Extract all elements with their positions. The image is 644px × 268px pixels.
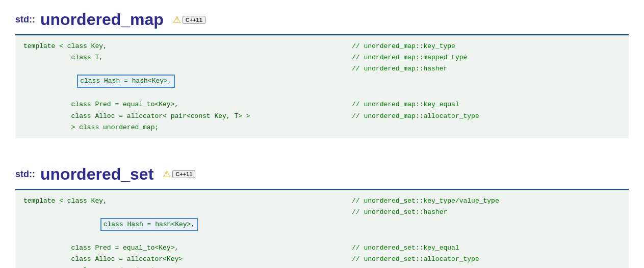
page-content: std::unordered_map ⚠ C++11 template < cl… (15, 10, 629, 268)
cpp-badge-2: C++11 (172, 170, 195, 178)
table-row: > class unordered_map; (23, 122, 621, 133)
comment-text: // unordered_map::mapped_type (352, 54, 467, 61)
comment-cell: // unordered_set::hasher (352, 207, 621, 242)
code-text: class Pred = equal_to<Key>, (23, 244, 178, 252)
warning-badge-1: ⚠ C++11 (173, 14, 205, 26)
code-text: class Pred = equal_to<Key>, (23, 101, 178, 108)
table-row: > class unordered_set; (23, 265, 621, 268)
warning-icon-1: ⚠ (173, 14, 181, 26)
warning-badge-2: ⚠ C++11 (163, 168, 195, 180)
cpp-badge-1: C++11 (183, 16, 205, 24)
std-prefix-2: std:: (15, 169, 35, 180)
code-cell: template < class Key, (23, 196, 352, 207)
code-cell: class Hash = hash<Key>, (23, 63, 352, 99)
comment-cell (352, 122, 621, 133)
comment-text: // unordered_map::allocator_type (352, 112, 479, 120)
code-cell: class T, (23, 52, 352, 63)
class-name-1: unordered_map (40, 10, 164, 29)
comment-text: // unordered_set::allocator_type (352, 255, 479, 263)
section-unordered-set: std::unordered_set ⚠ C++11 template < cl… (15, 165, 629, 268)
comment-text: // unordered_map::key_equal (352, 101, 459, 108)
comment-cell: // unordered_map::key_equal (352, 99, 621, 110)
highlighted-code: class Hash = hash<Key>, (100, 218, 198, 231)
code-cell: class Pred = equal_to<Key>, (23, 242, 352, 254)
code-text: template < class Key, (23, 42, 107, 50)
code-text: > class unordered_map; (23, 124, 159, 131)
code-cell: > class unordered_set; (23, 265, 352, 268)
class-name-2: unordered_set (40, 165, 153, 184)
table-row: class Pred = equal_to<Key>, // unordered… (23, 99, 621, 110)
highlighted-code: class Hash = hash<Key>, (77, 75, 174, 88)
table-row: template < class Key, // unordered_set::… (23, 196, 621, 207)
comment-text: // unordered_map::hasher (352, 65, 447, 72)
comment-text: // unordered_map::key_type (352, 42, 455, 50)
table-row: class T, // unordered_map::mapped_type (23, 52, 621, 63)
table-row: class Hash = hash<Key>, // unordered_map… (23, 63, 621, 99)
comment-text: // unordered_set::key_type/value_type (352, 197, 499, 205)
code-text: template < class Key, (23, 197, 107, 205)
code-cell: template < class Key, (23, 41, 352, 52)
code-cell: class Alloc = allocator<Key> (23, 254, 352, 265)
std-prefix-1: std:: (15, 14, 35, 25)
table-row: class Hash = hash<Key>, // unordered_set… (23, 207, 621, 242)
code-cell: class Pred = equal_to<Key>, (23, 99, 352, 110)
code-table-1: template < class Key, // unordered_map::… (23, 41, 621, 133)
comment-cell: // unordered_set::allocator_type (352, 254, 621, 265)
comment-cell: // unordered_map::mapped_type (352, 52, 621, 63)
comment-cell: // unordered_map::allocator_type (352, 111, 621, 122)
table-row: class Alloc = allocator< pair<const Key,… (23, 111, 621, 122)
code-block-unordered-map: template < class Key, // unordered_map::… (15, 35, 629, 138)
section-title-unordered-map: std::unordered_map ⚠ C++11 (15, 10, 629, 32)
comment-cell: // unordered_set::key_equal (352, 242, 621, 254)
comment-text: // unordered_set::key_equal (352, 244, 459, 252)
warning-icon-2: ⚠ (163, 168, 171, 180)
code-text: class T, (23, 54, 103, 61)
code-cell: class Alloc = allocator< pair<const Key,… (23, 111, 352, 122)
section-gap (15, 151, 629, 165)
code-block-unordered-set: template < class Key, // unordered_set::… (15, 190, 629, 268)
comment-cell: // unordered_set::key_type/value_type (352, 196, 621, 207)
code-text: class Alloc = allocator<Key> (23, 255, 183, 263)
table-row: class Pred = equal_to<Key>, // unordered… (23, 242, 621, 254)
code-table-2: template < class Key, // unordered_set::… (23, 196, 621, 268)
comment-cell (352, 265, 621, 268)
comment-text: // unordered_set::hasher (352, 208, 447, 216)
comment-cell: // unordered_map::hasher (352, 63, 621, 99)
table-row: template < class Key, // unordered_map::… (23, 41, 621, 52)
code-cell: > class unordered_map; (23, 122, 352, 133)
comment-cell: // unordered_map::key_type (352, 41, 621, 52)
code-cell: class Hash = hash<Key>, (23, 207, 352, 242)
section-title-unordered-set: std::unordered_set ⚠ C++11 (15, 165, 629, 187)
code-text: class Alloc = allocator< pair<const Key,… (23, 112, 250, 120)
section-unordered-map: std::unordered_map ⚠ C++11 template < cl… (15, 10, 629, 138)
table-row: class Alloc = allocator<Key> // unordere… (23, 254, 621, 265)
